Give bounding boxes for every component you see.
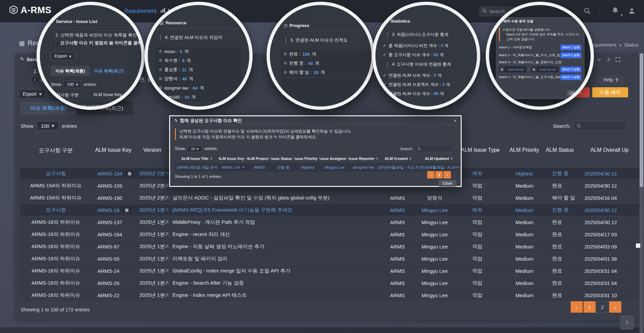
cell-text: 2025/04/16 04	[584, 195, 617, 201]
modal-column-header[interactable]: ALM Created⇅	[378, 155, 418, 162]
notifications-bell-icon[interactable]	[612, 7, 619, 16]
batch-run-button[interactable]: Batch 1 실행	[560, 45, 581, 50]
issue-key-link[interactable]: ARMS-155	[97, 183, 122, 189]
issue-key-link[interactable]: ARMS-24	[97, 268, 119, 274]
issue-key-link[interactable]: ARMS-55	[97, 256, 119, 262]
link-icon[interactable]: ✎	[242, 165, 245, 170]
table-row[interactable]: ARMS-18의 하위이슈ARMS-1372025년 1분기MiddleProx…	[20, 216, 639, 228]
page-size-select[interactable]: 100 ▾	[37, 121, 59, 130]
column-header[interactable]: 요구사항 구분	[20, 142, 91, 161]
pagination-page-1-active[interactable]: 1	[583, 301, 596, 313]
table-row[interactable]: 요구사항ARMS-18▦2025년 1분기[ARMS-REQ] ES Frame…	[20, 204, 639, 216]
issue-key-link[interactable]: ARMS-18	[97, 207, 119, 213]
user-profile-icon[interactable]	[628, 7, 635, 16]
cell: 2025년 2분기	[135, 168, 169, 179]
pagination-prev-button[interactable]: ‹	[570, 301, 583, 313]
window-scrollbar-thumb[interactable]	[640, 53, 643, 187]
modal-column-header[interactable]: ALM Issue Title⇅	[175, 155, 219, 162]
chevron-right-icon[interactable]	[606, 57, 611, 64]
edit-icon: ✎	[499, 20, 502, 23]
scroll-to-top-button[interactable]: ↑	[620, 316, 634, 329]
export-button[interactable]: Export ▾	[19, 89, 46, 99]
pagination-next-button[interactable]: ›	[609, 301, 622, 313]
modal-pagination-next[interactable]: ›	[443, 171, 451, 179]
modal-column-header[interactable]: ALM Project⇅	[248, 155, 271, 162]
issue-key-link[interactable]: ARMS-26	[97, 280, 119, 286]
table-row[interactable]: ARMS-18의 하위이슈ARMS-262025년 1분기Engine - Se…	[20, 277, 639, 289]
column-header[interactable]: ALM Issue Key	[91, 142, 135, 161]
nav-item-requirement[interactable]: Requirement	[124, 8, 156, 14]
cell-text: Mingyu Lee	[421, 268, 448, 274]
sort-icon[interactable]: ⇅	[450, 157, 453, 160]
batch-run-button[interactable]: Batch 3 실행	[560, 67, 581, 72]
cell-text: 양형석	[427, 195, 442, 201]
batch-run-button[interactable]: Batch 4 실행	[560, 74, 581, 80]
cell-text: 2025년 1분기	[139, 207, 169, 213]
issue-key-link[interactable]: ARMS-137	[97, 219, 122, 225]
lens1-col-header: 요구사항 구분	[52, 92, 93, 98]
stat-count: 3	[441, 43, 443, 48]
modal-page-size-select[interactable]: 10 ▾	[187, 145, 203, 152]
column-header[interactable]: ALM Priority	[504, 142, 545, 161]
table-row[interactable]: ARMS-154의 하위이슈ARMS-1602025년 2분기설치문서 ADOC…	[20, 192, 639, 204]
table-search-input[interactable]	[574, 121, 626, 130]
issue-key-link[interactable]: ARMS-22	[97, 292, 119, 298]
batch-row: Batch 2 - 각_제품서비스_별_이슈_조회_및_ES저장_순차실행Bat…	[496, 51, 584, 59]
cell: Engine - 자동 날짜 생성 어노테이션 추가	[169, 241, 382, 252]
sort-icon[interactable]: ⇅	[409, 157, 412, 160]
table-row[interactable]: ARMS-18의 하위이슈ARMS-1642025년 1분기Engine - r…	[20, 229, 639, 240]
modal-table-row[interactable]: [ARMS-REQ] 개발 문서 작성ARMS-154✎ARMS진행 중High…	[175, 163, 459, 172]
worker-count-item: ⚙gkfn185 : 10 개	[156, 93, 241, 101]
help-button[interactable]: Help ?	[598, 75, 624, 85]
issue-key-link[interactable]: ARMS-154	[97, 171, 122, 176]
column-header[interactable]: ALM Issue Type	[457, 142, 504, 161]
pagination-page-2[interactable]: 2	[596, 301, 609, 313]
stat-item: ✓연결된 ALM 프로젝트 개수 : 3 개	[383, 82, 450, 88]
lens1-tab-hierarchy[interactable]: 이슈 목록(계층)	[51, 66, 90, 76]
modal-column-header[interactable]: ALM Issue Key▲	[219, 155, 248, 162]
modal-column-header[interactable]: ALM Updated⇅	[418, 155, 459, 162]
modal-pagination-page-1[interactable]: 1	[435, 171, 443, 179]
issue-key-link[interactable]: ARMS-164	[97, 232, 122, 237]
batch-date-from[interactable]: ▦2025-04-30	[499, 66, 526, 72]
cell-text: 2025년 2분기	[139, 170, 169, 177]
column-header[interactable]: Version	[135, 142, 169, 161]
table-row[interactable]: ARMS-18의 하위이슈ARMS-552025년 1분기리팩토링 및 패키지 …	[20, 253, 639, 264]
column-header[interactable]: ALM Status	[545, 142, 575, 161]
modal-close-icon[interactable]: ×	[454, 118, 457, 123]
lens1-tab-recent[interactable]: 이슈 목록(최근)	[90, 66, 129, 76]
manual-batch-button[interactable]: 수동 배치	[592, 87, 628, 97]
modal-pagination-prev[interactable]: ‹	[427, 171, 435, 179]
table-row[interactable]: ARMS-18의 하위이슈ARMS-242025년 1분기GlobalConfi…	[20, 265, 639, 277]
modal-column-header[interactable]: Issue Priority⇅	[295, 155, 320, 162]
app-logo[interactable]: A-RMS	[9, 5, 51, 16]
lens1-page-size-select[interactable]: 100 ▾	[64, 81, 81, 88]
table-row[interactable]: ARMS-18의 하위이슈ARMS-972025년 1분기Engine - 자동…	[20, 241, 639, 252]
magnifier-lens-progress: ◷ Progress 5. 연결된 ALM 이슈의 진척도 ⚙완료 : 106 …	[267, 2, 375, 110]
batch-date-to[interactable]: ▦2025-04-30	[531, 66, 558, 72]
modal-column-header[interactable]: Issue Assignee⇅	[320, 155, 349, 162]
modal-issue-key-chip[interactable]: ARMS-154✎	[219, 165, 247, 170]
modal-close-button[interactable]: Close	[439, 180, 456, 187]
sort-icon[interactable]: ⇅	[210, 157, 212, 160]
fullscreen-icon[interactable]	[615, 57, 621, 64]
lens1-export-button[interactable]: Export ▾	[51, 52, 75, 61]
search-submit-icon[interactable]	[584, 7, 591, 16]
batch-run-button[interactable]: Batch 2 실행	[560, 52, 581, 58]
linked-issues-icon[interactable]: ▦	[125, 171, 134, 176]
modal-header-label: ALM Issue Title	[181, 157, 208, 161]
modal-column-header[interactable]: Issue Reporter⇅	[349, 155, 378, 162]
column-header[interactable]: ALM Overall Up	[575, 142, 639, 161]
modal-column-header[interactable]: Issue Status⇅	[271, 155, 295, 162]
issue-key-link[interactable]: ARMS-97	[97, 244, 119, 249]
cell: Mingyu Lee	[413, 216, 457, 228]
table-row[interactable]: ARMS-18의 하위이슈ARMS-222025년 1분기Engine - In…	[20, 289, 639, 301]
issue-key-link[interactable]: ARMS-160	[97, 195, 122, 201]
cell-text: Medium	[515, 183, 533, 189]
collapse-icon[interactable]	[596, 57, 602, 64]
linked-issues-icon[interactable]: ▦	[122, 207, 131, 213]
modal-search-input[interactable]	[415, 145, 452, 152]
lens1-show-entries: Show 100 ▾ entries	[51, 81, 96, 88]
cell-text: 2025년 1분기	[139, 219, 169, 225]
cell-text: ARMS-18의 하위이슈	[31, 280, 80, 286]
